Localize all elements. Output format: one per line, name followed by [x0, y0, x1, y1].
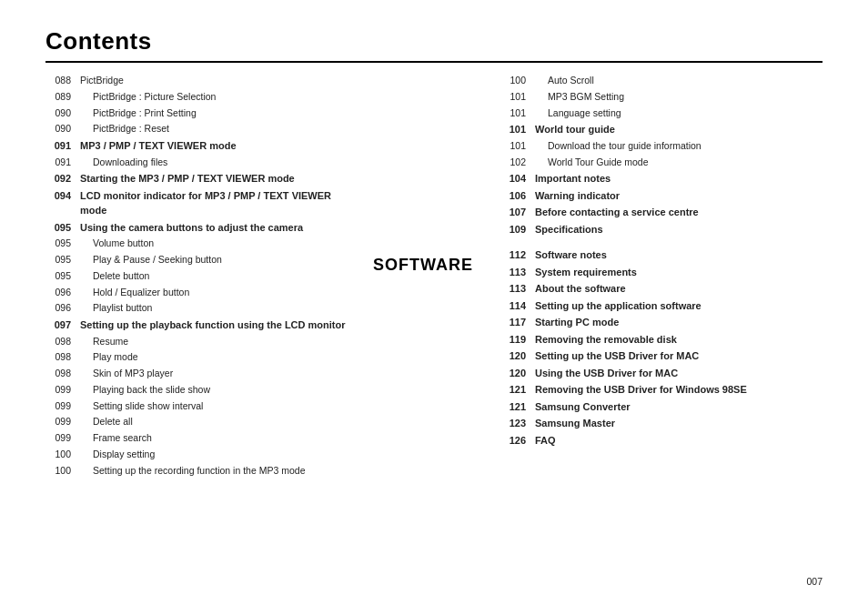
toc-entry: 114Setting up the application software	[500, 298, 823, 314]
toc-entry-number: 090	[45, 122, 71, 136]
toc-entry-label: Volume button	[80, 237, 154, 251]
toc-entry: 090PictBridge : Reset	[45, 122, 355, 136]
toc-entry-number: 091	[45, 156, 71, 170]
toc-entry-number: 101	[500, 139, 526, 154]
toc-entry-number: 109	[500, 222, 526, 237]
toc-entry-label: About the software	[535, 281, 626, 297]
toc-entry-number: 104	[500, 171, 526, 187]
toc-entry: 099Frame search	[45, 431, 355, 446]
toc-entry: 119Removing the removable disk	[500, 332, 823, 348]
toc-entry-label: World Tour Guide mode	[535, 156, 649, 170]
toc-entry-number: 099	[45, 431, 71, 446]
toc-entry: 096Hold / Equalizer button	[45, 286, 355, 300]
toc-left-column: 088PictBridge089PictBridge : Picture Sel…	[45, 74, 355, 479]
toc-entry: 123Samsung Master	[500, 416, 823, 431]
toc-entry-number: 121	[500, 399, 526, 415]
toc-entry-label: Setting up the USB Driver for MAC	[535, 348, 699, 364]
toc-entry-label: Hold / Equalizer button	[80, 286, 189, 300]
toc-entry-label: Setting up the application software	[535, 298, 701, 314]
toc-middle-column: SOFTWARE	[382, 74, 473, 479]
toc-columns: 088PictBridge089PictBridge : Picture Sel…	[45, 74, 823, 479]
toc-entry-label: Playing back the slide show	[80, 383, 210, 398]
toc-entry: 112Software notes	[500, 247, 823, 263]
toc-entry: 094LCD monitor indicator for MP3 / PMP /…	[45, 188, 355, 218]
toc-entry-label: Download the tour guide information	[535, 139, 701, 154]
toc-entry: 092Starting the MP3 / PMP / TEXT VIEWER …	[45, 171, 355, 187]
toc-entry: 098Resume	[45, 335, 355, 349]
toc-entry: 100Auto Scroll	[500, 74, 823, 88]
toc-entry-label: FAQ	[535, 433, 556, 449]
toc-entry-number: 120	[500, 366, 526, 381]
toc-entry-number: 095	[45, 269, 71, 284]
toc-entry-label: Samsung Master	[535, 416, 615, 431]
toc-entry-number: 092	[45, 171, 71, 187]
page-title: Contents	[45, 27, 823, 55]
toc-entry: 100Display setting	[45, 448, 355, 462]
toc-entry-number: 091	[45, 138, 71, 154]
toc-entry-label: Frame search	[80, 431, 152, 446]
toc-entry: 117Starting PC mode	[500, 315, 823, 330]
toc-entry-number: 097	[45, 318, 71, 333]
toc-entry: 099Delete all	[45, 415, 355, 429]
toc-entry-number: 100	[45, 464, 71, 479]
toc-entry: 099Setting slide show interval	[45, 399, 355, 414]
toc-right-column: 100Auto Scroll101MP3 BGM Setting101Langu…	[500, 74, 823, 479]
toc-entry-number: 113	[500, 281, 526, 297]
toc-entry-label: Specifications	[535, 222, 603, 237]
toc-entry-number: 117	[500, 315, 526, 330]
toc-entry-number: 095	[45, 237, 71, 251]
toc-entry-number: 119	[500, 332, 526, 348]
toc-entry: 107Before contacting a service centre	[500, 205, 823, 220]
toc-entry-label: MP3 BGM Setting	[535, 90, 624, 105]
toc-entry: 101Language setting	[500, 106, 823, 121]
toc-entry: 102World Tour Guide mode	[500, 156, 823, 170]
toc-entry-number: 099	[45, 399, 71, 414]
toc-entry-label: Samsung Converter	[535, 399, 631, 415]
toc-entry-number: 101	[500, 106, 526, 121]
toc-entry: 126FAQ	[500, 433, 823, 449]
toc-entry-label: Removing the removable disk	[535, 332, 677, 348]
toc-entry-number: 099	[45, 415, 71, 429]
toc-entry-number: 102	[500, 156, 526, 170]
toc-entry-label: Software notes	[535, 247, 607, 263]
toc-entry-label: MP3 / PMP / TEXT VIEWER mode	[80, 138, 237, 154]
toc-entry-number: 100	[500, 74, 526, 88]
toc-entry: 106Warning indicator	[500, 188, 823, 204]
toc-entry: 088PictBridge	[45, 74, 355, 88]
toc-entry-number: 099	[45, 383, 71, 398]
toc-entry-number: 098	[45, 335, 71, 349]
toc-entry: 121Removing the USB Driver for Windows 9…	[500, 382, 823, 398]
toc-entry-label: Before contacting a service centre	[535, 205, 699, 220]
toc-entry: 090PictBridge : Print Setting	[45, 106, 355, 121]
toc-entry-label: Starting PC mode	[535, 315, 619, 330]
toc-entry: 101Download the tour guide information	[500, 139, 823, 154]
toc-entry-label: Delete all	[80, 415, 133, 429]
toc-entry-number: 100	[45, 448, 71, 462]
toc-entry-label: Play mode	[80, 350, 138, 365]
toc-entry: 113About the software	[500, 281, 823, 297]
toc-entry: 100Setting up the recording function in …	[45, 464, 355, 479]
toc-entry-number: 090	[45, 106, 71, 121]
toc-entry-label: Starting the MP3 / PMP / TEXT VIEWER mod…	[80, 171, 295, 187]
toc-entry-number: 098	[45, 367, 71, 381]
toc-entry: 104Important notes	[500, 171, 823, 187]
toc-entry-number: 095	[45, 253, 71, 267]
toc-entry-label: PictBridge : Reset	[80, 122, 169, 136]
toc-entry-label: Skin of MP3 player	[80, 367, 173, 381]
page: Contents 088PictBridge089PictBridge : Pi…	[0, 0, 868, 605]
toc-entry-number: 107	[500, 205, 526, 220]
software-section-label: SOFTWARE	[373, 256, 473, 275]
toc-entry: 095Delete button	[45, 269, 355, 284]
toc-entry-label: World tour guide	[535, 122, 615, 137]
toc-entry-label: Playlist button	[80, 301, 152, 316]
toc-entry-label: Resume	[80, 335, 128, 349]
page-number: 007	[806, 576, 823, 587]
toc-entry-number: 098	[45, 350, 71, 365]
toc-entry-label: Display setting	[80, 448, 155, 462]
toc-entry-number: 096	[45, 286, 71, 300]
toc-entry-label: Using the USB Driver for MAC	[535, 366, 678, 381]
toc-entry-label: Setting up the recording function in the…	[80, 464, 305, 479]
toc-entry-label: Language setting	[535, 106, 621, 121]
toc-entry-number: 113	[500, 265, 526, 280]
toc-entry-label: System requirements	[535, 265, 637, 280]
